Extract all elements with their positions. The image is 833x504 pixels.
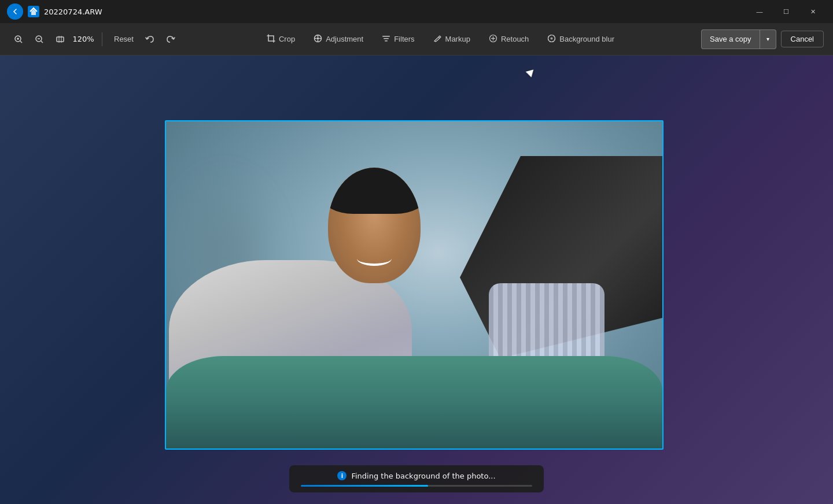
zoom-level-display: 120% (72, 35, 95, 43)
undo-button[interactable] (141, 30, 159, 49)
main-canvas (0, 55, 833, 504)
filters-tool-button[interactable]: Filters (375, 31, 421, 48)
toolbar: 120% Reset Crop (0, 23, 833, 55)
status-message: Finding the background of the photo... (351, 472, 495, 480)
adjustment-tool-label: Adjustment (326, 35, 363, 43)
background-blur-tool-label: Background blur (559, 35, 614, 43)
tool-buttons: Crop Adjustment (180, 31, 701, 48)
svg-line-4 (20, 41, 22, 43)
status-text-row: i Finding the background of the photo... (337, 471, 495, 480)
retouch-tool-label: Retouch (501, 35, 529, 43)
app-icon (28, 6, 39, 17)
adjustment-tool-button[interactable]: Adjustment (307, 31, 370, 48)
maximize-button[interactable]: ☐ (773, 0, 799, 23)
photo-background (166, 121, 662, 449)
adjustment-icon (314, 34, 322, 45)
car-body (166, 356, 662, 449)
filters-icon (382, 34, 390, 45)
status-bar: i Finding the background of the photo... (289, 465, 544, 492)
svg-point-26 (551, 37, 553, 39)
cancel-button[interactable]: Cancel (781, 31, 824, 47)
back-button[interactable] (7, 3, 23, 20)
progress-bar (301, 485, 532, 487)
svg-line-7 (41, 41, 43, 43)
image-preview[interactable] (165, 120, 664, 450)
svg-rect-18 (384, 38, 389, 39)
person-head (328, 168, 421, 283)
person-hair (328, 168, 421, 214)
retouch-icon (489, 34, 497, 45)
retouch-tool-button[interactable]: Retouch (482, 31, 536, 48)
zoom-controls: 120% Reset (9, 30, 180, 49)
window-title: 20220724.ARW (44, 8, 746, 16)
minimize-button[interactable]: — (746, 0, 773, 23)
reset-button[interactable]: Reset (109, 32, 138, 46)
fit-view-button[interactable] (51, 30, 69, 49)
save-copy-group: Save a copy ▾ (701, 29, 776, 49)
svg-rect-19 (385, 40, 388, 42)
svg-point-12 (317, 37, 319, 39)
svg-rect-8 (57, 37, 64, 42)
title-bar: 20220724.ARW — ☐ ✕ (0, 0, 833, 23)
zoom-out-button[interactable] (30, 30, 49, 49)
background-blur-tool-button[interactable]: Background blur (540, 31, 621, 48)
svg-line-20 (438, 37, 440, 38)
svg-rect-17 (382, 36, 390, 37)
markup-tool-button[interactable]: Markup (426, 31, 477, 48)
crop-tool-label: Crop (279, 35, 295, 43)
markup-tool-label: Markup (445, 35, 470, 43)
background-blur-icon (547, 34, 556, 45)
window-controls: — ☐ ✕ (746, 0, 826, 23)
save-copy-dropdown-button[interactable]: ▾ (760, 30, 776, 49)
info-icon: i (337, 471, 347, 480)
zoom-in-button[interactable] (9, 30, 28, 49)
smile (357, 251, 392, 266)
action-buttons: Save a copy ▾ Cancel (701, 29, 824, 49)
chevron-down-icon: ▾ (766, 36, 769, 42)
close-button[interactable]: ✕ (799, 0, 826, 23)
progress-fill (301, 485, 428, 487)
crop-tool-button[interactable]: Crop (260, 31, 302, 48)
toolbar-divider-1 (102, 32, 102, 46)
crop-icon (267, 34, 275, 45)
save-copy-button[interactable]: Save a copy (702, 31, 760, 47)
markup-icon (433, 34, 442, 45)
filters-tool-label: Filters (394, 35, 414, 43)
redo-button[interactable] (161, 30, 180, 49)
